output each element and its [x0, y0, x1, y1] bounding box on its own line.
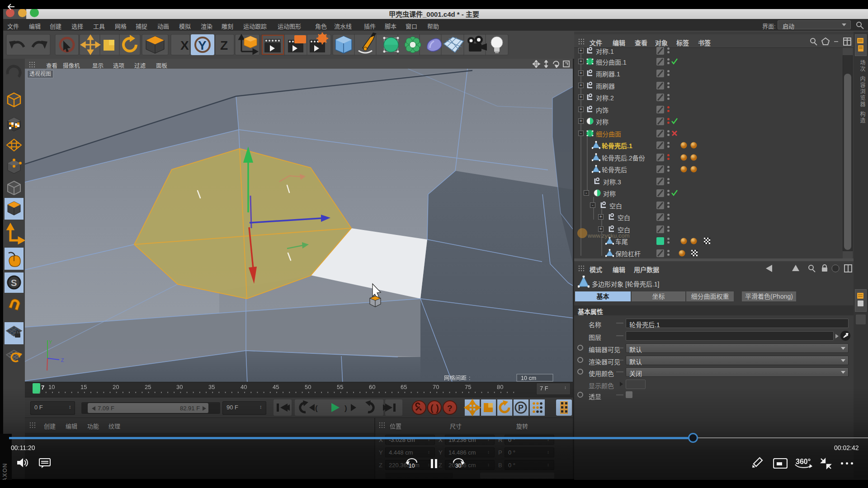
svg-text:?: ?: [447, 404, 453, 413]
svg-text:Z: Z: [61, 357, 64, 363]
svg-text:Y: Y: [49, 339, 52, 345]
svg-text:X: X: [180, 38, 189, 52]
svg-text:(: (: [315, 404, 318, 413]
svg-text:S: S: [11, 278, 17, 288]
svg-text:P: P: [518, 404, 524, 413]
svg-text:( ): ( ): [430, 403, 439, 413]
svg-text:30: 30: [455, 463, 462, 469]
svg-text:Z: Z: [220, 38, 228, 52]
svg-text:10 cm: 10 cm: [521, 375, 536, 381]
svg-text:10: 10: [409, 463, 415, 469]
svg-text::: :: [469, 375, 470, 381]
svg-text:): ): [344, 404, 347, 413]
svg-text:网格间距: 网格间距: [444, 375, 467, 381]
svg-text:Y: Y: [198, 38, 207, 52]
